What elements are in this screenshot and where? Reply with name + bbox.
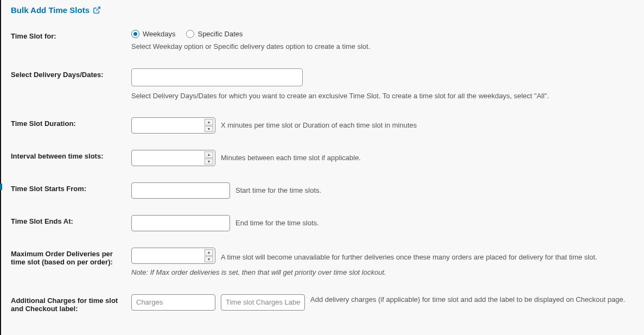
helper-starts: Start time for the time slots. [235, 185, 321, 196]
input-duration[interactable] [131, 117, 215, 134]
left-accent-indicator [0, 184, 2, 190]
helper-time-slot-for: Select Weekday option or Specific delive… [131, 41, 644, 52]
label-select-days: Select Delivery Days/Dates: [11, 68, 131, 118]
chevron-down-icon[interactable]: ▼ [205, 256, 213, 263]
label-charges: Additional Charges for time slot and Che… [11, 294, 131, 318]
spinner-max-deliveries[interactable]: ▲ ▼ [205, 249, 213, 262]
chevron-down-icon[interactable]: ▼ [205, 126, 213, 132]
label-interval: Interval between time slots: [11, 150, 131, 182]
input-max-deliveries[interactable] [131, 248, 215, 264]
label-ends: Time Slot Ends At: [11, 215, 131, 248]
form-table: Time Slot for: Weekdays Specific Dates S… [11, 30, 644, 318]
label-time-slot-for: Time Slot for: [11, 30, 131, 68]
chevron-up-icon[interactable]: ▲ [205, 151, 213, 158]
spinner-duration[interactable]: ▲ ▼ [205, 119, 213, 132]
external-link-icon [93, 6, 101, 14]
spinner-interval[interactable]: ▲ ▼ [205, 151, 213, 165]
radio-specific-dates-label: Specific Dates [197, 30, 243, 38]
section-heading-text: Bulk Add Time Slots [11, 5, 90, 15]
note-max-deliveries: Note: If Max order deliveries is set, th… [131, 267, 644, 278]
radio-icon-unchecked [186, 30, 194, 38]
radio-weekdays[interactable]: Weekdays [131, 30, 175, 38]
helper-interval: Minutes between each time slot if applic… [221, 153, 361, 163]
helper-duration: X minutes per time slot or Duration of e… [221, 120, 417, 131]
helper-max-deliveries: A time slot will become unavailable for … [221, 252, 597, 263]
input-ends-at[interactable] [131, 215, 230, 231]
helper-ends: End time for the time slots. [235, 218, 319, 229]
input-starts-from[interactable] [131, 182, 230, 199]
chevron-up-icon[interactable]: ▲ [205, 249, 213, 256]
helper-select-days: Select Delivery Days/Dates for which you… [131, 91, 644, 102]
radio-weekdays-label: Weekdays [143, 30, 175, 38]
radio-icon-checked [131, 30, 139, 38]
helper-charges: Add delivery charges (if applicable) for… [310, 294, 644, 305]
bulk-add-time-slots-form: Bulk Add Time Slots Time Slot for: Weekd… [0, 0, 644, 335]
input-charges-label[interactable] [221, 294, 305, 311]
input-interval[interactable] [131, 150, 215, 166]
chevron-up-icon[interactable]: ▲ [205, 119, 213, 125]
radio-group-time-slot-for: Weekdays Specific Dates [131, 30, 644, 38]
input-charges[interactable] [131, 294, 215, 311]
chevron-down-icon[interactable]: ▼ [205, 159, 213, 165]
section-heading[interactable]: Bulk Add Time Slots [11, 5, 101, 15]
label-starts: Time Slot Starts From: [11, 182, 131, 215]
radio-specific-dates[interactable]: Specific Dates [186, 30, 243, 38]
label-max-deliveries: Maximum Order Deliveries per time slot (… [11, 248, 131, 294]
label-duration: Time Slot Duration: [11, 117, 131, 150]
input-select-days[interactable] [131, 68, 303, 86]
